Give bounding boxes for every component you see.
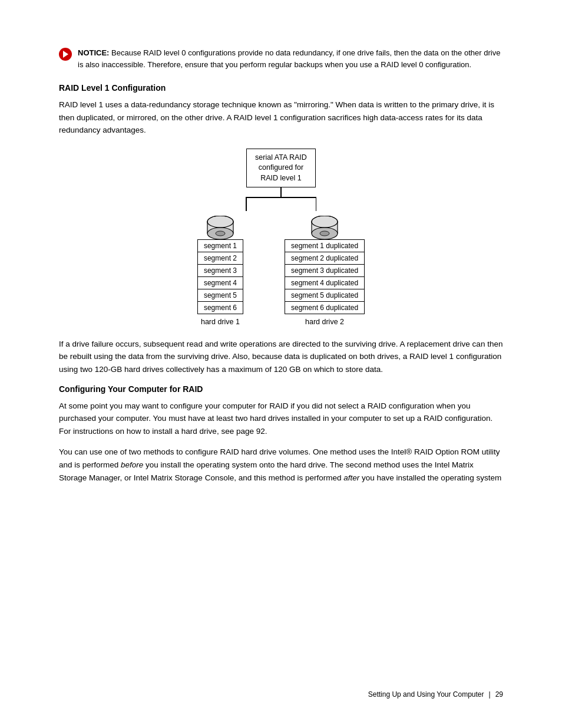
section2-heading: Configuring Your Computer for RAID	[59, 384, 503, 394]
notice-label: NOTICE:	[78, 48, 109, 57]
segment-col-left: segment 1segment 2segment 3segment 4segm…	[197, 239, 243, 314]
drive2-label: hard drive 2	[305, 318, 344, 326]
drives-and-segments: segment 1segment 2segment 3segment 4segm…	[197, 216, 365, 326]
notice-text: NOTICE: Because RAID level 0 configurati…	[78, 47, 503, 70]
h-line-left	[246, 197, 281, 198]
footer-separator: |	[489, 690, 491, 699]
notice-box: NOTICE: Because RAID level 0 configurati…	[59, 47, 503, 70]
footer: Setting Up and Using Your Computer | 29	[0, 690, 562, 699]
segment-left-4: segment 4	[197, 277, 243, 289]
notice-arrow-icon	[63, 51, 68, 58]
horiz-split	[246, 197, 316, 211]
notice-body: Because RAID level 0 configurations prov…	[78, 48, 500, 69]
section1-paragraph: RAID level 1 uses a data-redundancy stor…	[59, 98, 503, 137]
section1-heading: RAID Level 1 Configuration	[59, 83, 503, 93]
segment-right-4: segment 4 duplicated	[285, 277, 365, 289]
footer-left: Setting Up and Using Your Computer	[368, 690, 484, 699]
notice-icon	[59, 48, 72, 61]
segment-left-6: segment 6	[197, 302, 243, 314]
drive1-group: segment 1segment 2segment 3segment 4segm…	[197, 216, 243, 326]
right-arm	[281, 197, 316, 211]
h-line-right	[281, 197, 316, 198]
left-arm	[246, 197, 281, 211]
footer-page: 29	[495, 690, 503, 699]
segment-left-5: segment 5	[197, 289, 243, 302]
raid-diagram: serial ATA RAIDconfigured forRAID level …	[134, 149, 428, 326]
raid-label-text: serial ATA RAIDconfigured forRAID level …	[255, 153, 307, 182]
section2-paragraph2: You can use one of two methods to config…	[59, 446, 503, 484]
drive1-icon	[205, 216, 236, 239]
section2-paragraph1: At some point you may want to configure …	[59, 400, 503, 438]
segment-right-6: segment 6 duplicated	[285, 302, 365, 314]
segment-left-2: segment 2	[197, 252, 243, 265]
segment-col-right: segment 1 duplicatedsegment 2 duplicated…	[285, 239, 365, 314]
segment-right-1: segment 1 duplicated	[285, 239, 365, 252]
svg-point-13	[320, 231, 329, 236]
segment-right-3: segment 3 duplicated	[285, 265, 365, 277]
drive2-icon	[309, 216, 340, 239]
raid-label-row: serial ATA RAIDconfigured forRAID level …	[246, 149, 316, 188]
segment-right-2: segment 2 duplicated	[285, 252, 365, 265]
svg-point-6	[216, 231, 225, 236]
vert-right	[316, 198, 317, 211]
drive1-label: hard drive 1	[201, 318, 240, 326]
raid-label-box: serial ATA RAIDconfigured forRAID level …	[246, 149, 316, 188]
segment-left-3: segment 3	[197, 265, 243, 277]
vert-left	[246, 198, 247, 211]
segment-right-5: segment 5 duplicated	[285, 289, 365, 302]
segment-left-1: segment 1	[197, 239, 243, 252]
vert-line-top	[280, 187, 282, 197]
section1-after-paragraph: If a drive failure occurs, subsequent re…	[59, 338, 503, 376]
drive2-group: segment 1 duplicatedsegment 2 duplicated…	[285, 216, 365, 326]
page: NOTICE: Because RAID level 0 configurati…	[0, 0, 562, 539]
